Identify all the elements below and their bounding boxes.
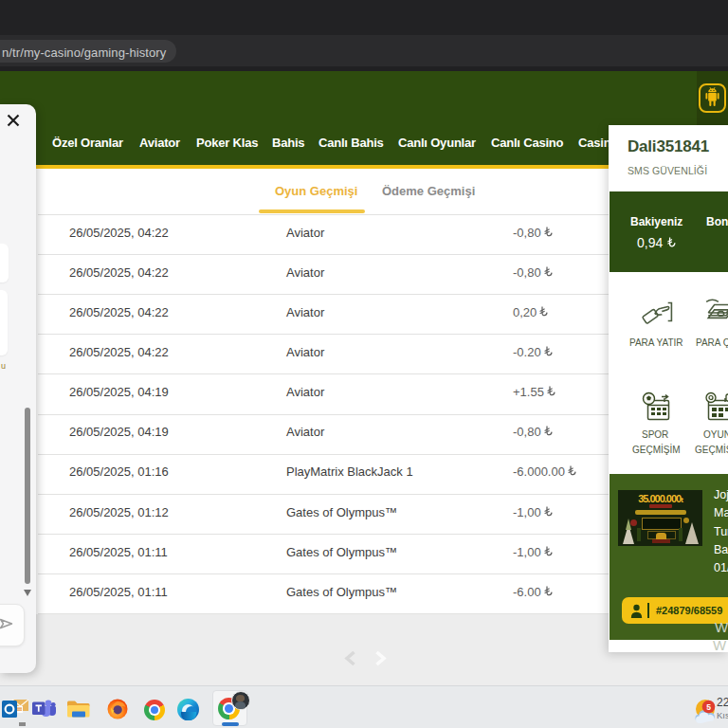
svg-text:5: 5 [706, 702, 711, 712]
